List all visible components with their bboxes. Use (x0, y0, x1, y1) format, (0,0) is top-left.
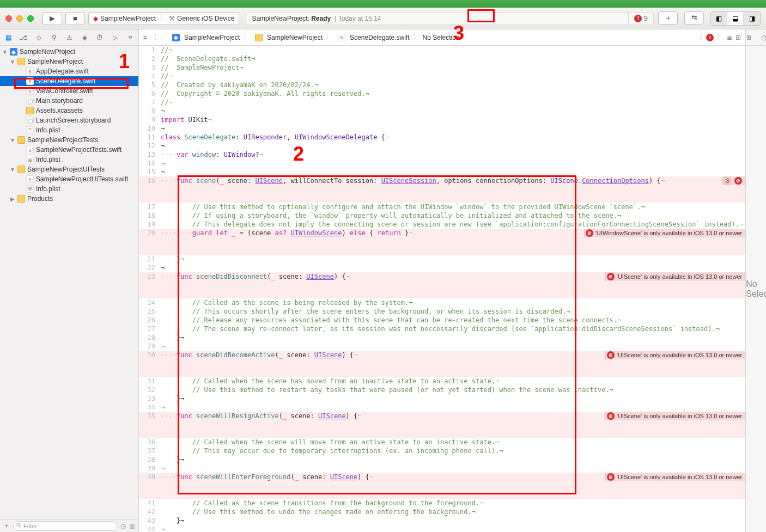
activity-view[interactable]: SampleNewProject: Ready | Today at 15:14… (246, 12, 654, 25)
next-issue-button[interactable]: 〉 (717, 33, 724, 42)
file-label: Assets.xcassets (36, 107, 83, 114)
related-items-button[interactable]: ⌗ (143, 34, 147, 41)
minimize-window-button[interactable] (16, 15, 23, 22)
file-label: SampleNewProjectUITests (27, 166, 105, 173)
run-button[interactable]: ▶ (42, 12, 62, 25)
report-navigator-tab[interactable]: ≡ (125, 33, 135, 42)
inline-error-badge[interactable]: ⊘'UIScene' is only available in iOS 13.0… (605, 272, 745, 281)
file-row[interactable]: Assets.xcassets (0, 106, 138, 115)
folder-icon (17, 136, 25, 144)
scheme-app-label: SampleNewProject (100, 15, 156, 22)
file-inspector-tab[interactable]: 🗎 (746, 34, 752, 41)
find-navigator-tab[interactable]: ⚲ (49, 33, 59, 42)
file-label: Products (27, 195, 53, 203)
inline-error-badge[interactable]: ⊘'UIScene' is only available in iOS 13.0… (605, 473, 745, 481)
issue-navigator-tab[interactable]: ⚠ (64, 33, 74, 42)
file-row[interactable]: ≣ Info.plist (0, 155, 138, 164)
file-label: SampleNewProject (27, 58, 83, 65)
crumb-folder[interactable]: SampleNewProject (253, 34, 323, 41)
editor-options-button[interactable]: ≣ (727, 34, 732, 41)
swift-icon: s (26, 146, 34, 154)
file-label: SampleNewProjectTests (27, 136, 98, 144)
debug-navigator-tab[interactable]: ⏱ (95, 33, 105, 42)
file-row[interactable]: ≣ Info.plist (0, 125, 138, 135)
add-editor-button[interactable]: ⊞ (735, 34, 741, 41)
forward-button[interactable]: 〉 (160, 33, 167, 42)
toggle-inspector-button[interactable]: ◨ (744, 12, 760, 25)
stop-button[interactable]: ■ (65, 12, 85, 25)
back-button[interactable]: 〈 (150, 33, 157, 42)
inspector-panel: 🗎 ◷ ? ◆ No Selection (745, 29, 766, 532)
crumb-file[interactable]: s SceneDelegate.swift (336, 34, 409, 41)
symbol-navigator-tab[interactable]: ◇ (34, 33, 44, 42)
file-label: SceneDelegate.swift (36, 77, 95, 85)
code-review-button[interactable]: ⇆ (684, 11, 704, 25)
toggle-debug-button[interactable]: ⬓ (727, 12, 744, 25)
swift-icon: s (26, 77, 34, 85)
navigator-panel: ▦ ⎇ ◇ ⚲ ⚠ ◈ ⏱ ▷ ≡ ▼◆ SampleNewProject ▼ … (0, 29, 139, 532)
group-folder[interactable]: ▶ Products (0, 194, 138, 204)
group-folder[interactable]: ▼ SampleNewProjectTests (0, 135, 138, 145)
history-inspector-tab[interactable]: ◷ (761, 34, 766, 41)
close-window-button[interactable] (5, 15, 12, 22)
navigator-tabs: ▦ ⎇ ◇ ⚲ ⚠ ◈ ⏱ ▷ ≡ (0, 29, 138, 46)
file-row[interactable]: ▢ LaunchScreen.storyboard (0, 115, 138, 125)
error-icon: ! (634, 15, 642, 22)
plist-icon: ≣ (26, 126, 34, 134)
toggle-navigator-button[interactable]: ◧ (711, 12, 727, 25)
status-state: Ready (311, 15, 331, 22)
project-navigator-tab[interactable]: ▦ (3, 33, 13, 42)
file-label: Info.plist (36, 185, 60, 193)
window-controls (5, 15, 34, 22)
file-row[interactable]: ≣ Info.plist (0, 184, 138, 194)
window-tab-bar (0, 0, 766, 8)
folder-icon (17, 58, 25, 65)
file-label: Info.plist (36, 126, 60, 134)
scheme-device-label: Generic iOS Device (177, 15, 234, 22)
scheme-selector[interactable]: ◆ SampleNewProject 〉 ⚒ Generic iOS Devic… (88, 12, 239, 25)
toolbar: ▶ ■ ◆ SampleNewProject 〉 ⚒ Generic iOS D… (0, 8, 766, 29)
zoom-window-button[interactable] (27, 15, 34, 22)
file-label: SampleNewProjectTests.swift (36, 146, 121, 154)
file-row[interactable]: ▢ Main.storyboard (0, 96, 138, 106)
project-root[interactable]: ▼◆ SampleNewProject (0, 47, 138, 57)
scm-filter-button[interactable]: ▥ (129, 522, 135, 530)
file-row-selected[interactable]: s SceneDelegate.swift (0, 76, 138, 86)
file-row[interactable]: s SampleNewProjectTests.swift (0, 145, 138, 155)
plist-icon: ≣ (26, 185, 34, 193)
file-row[interactable]: s SampleNewProjectUITests.swift (0, 174, 138, 184)
project-icon: ◆ (172, 34, 180, 41)
breakpoint-navigator-tab[interactable]: ▷ (110, 33, 120, 42)
status-project: SampleNewProject: (252, 15, 309, 22)
inline-error-badge[interactable]: ⊘'UIScene' is only available in iOS 13.0… (605, 351, 745, 359)
file-row[interactable]: s AppDelegate.swift (0, 66, 138, 76)
inspector-tabs: 🗎 ◷ ? ◆ (746, 29, 766, 46)
error-count: 9 (644, 15, 648, 22)
code-editor[interactable]: 1//¬ 2// SceneDelegate.swift¬ 3// Sample… (139, 46, 745, 532)
assets-icon (26, 107, 34, 114)
file-row[interactable]: s ViewController.swift (0, 86, 138, 96)
storyboard-icon: ▢ (26, 117, 34, 124)
add-button[interactable]: ＋ (3, 521, 10, 530)
prev-issue-button[interactable]: 〈 (696, 33, 703, 42)
folder-icon (17, 166, 25, 173)
group-folder[interactable]: ▼ SampleNewProjectUITests (0, 164, 138, 174)
inline-error-badge[interactable]: 3⊘ (722, 176, 745, 185)
file-label: Main.storyboard (36, 97, 83, 105)
test-navigator-tab[interactable]: ◈ (80, 33, 89, 42)
status-issues[interactable]: ! 9 (628, 13, 653, 25)
inline-error-badge[interactable]: ⊘'UIWindowScene' is only available in iO… (584, 229, 746, 237)
source-control-tab[interactable]: ⎇ (19, 33, 28, 42)
recents-filter-button[interactable]: ◷ (120, 522, 126, 530)
crumb-symbol[interactable]: No Selection (423, 34, 460, 41)
inline-error-badge[interactable]: ⊘'UIScene' is only available in iOS 13.0… (605, 412, 745, 420)
app-icon: ◆ (93, 15, 98, 22)
file-label: ViewController.swift (36, 87, 93, 95)
filter-field[interactable]: Filter (13, 521, 117, 531)
file-label: AppDelegate.swift (36, 68, 89, 75)
library-button[interactable]: ＋ (658, 11, 678, 25)
hammer-icon: ⚒ (169, 15, 175, 22)
crumb-project[interactable]: ◆ SampleNewProject (170, 34, 240, 41)
group-folder[interactable]: ▼ SampleNewProject (0, 57, 138, 66)
file-label: SampleNewProject (20, 48, 75, 56)
